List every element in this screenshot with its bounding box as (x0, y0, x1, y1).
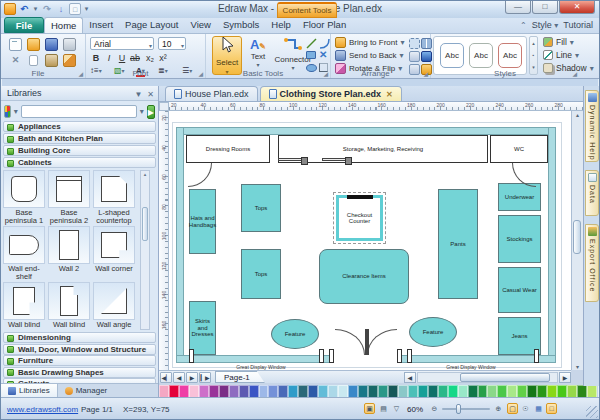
fixture-feature[interactable]: Feature (271, 319, 319, 349)
scroll-left-icon[interactable]: ◀ (404, 372, 416, 383)
zoom-out-icon[interactable]: ⊖ (429, 403, 440, 414)
fixture-clearance-items[interactable]: Clearance Items (319, 249, 409, 304)
copy-icon[interactable] (29, 55, 38, 66)
pin-icon[interactable]: ▼ (134, 88, 142, 102)
library-section-cabinets[interactable]: Cabinets (3, 157, 156, 168)
library-section-basic-drawing-shapes[interactable]: Basic Drawing Shapes (3, 367, 156, 378)
tab-symbols[interactable]: Symbols (217, 17, 265, 33)
fixture-hats-and-handbags[interactable]: Hats and Handbags (189, 189, 216, 254)
arrange-group-launcher-icon[interactable]: ◢ (423, 70, 428, 77)
tab-floor-plan[interactable]: Floor Plan (297, 17, 352, 33)
close-panel-icon[interactable]: ✕ (147, 88, 154, 102)
prev-page-button[interactable]: ◀ (173, 372, 185, 383)
style-swatch-gray[interactable]: Abc (469, 43, 493, 68)
subscript-button[interactable]: x₂ (144, 52, 156, 64)
group-shapes-icon[interactable] (409, 38, 420, 49)
magnifier-icon[interactable]: ☉ (520, 403, 531, 414)
bold-button[interactable]: B (90, 52, 102, 64)
close-button[interactable]: ✕ (559, 1, 595, 14)
library-search-input[interactable] (21, 105, 137, 118)
library-section-furniture[interactable]: Furniture (3, 355, 156, 366)
drawing-canvas[interactable]: Dressing RoomsStorage, Marketing, Receiv… (169, 111, 571, 370)
tab-view[interactable]: View (184, 17, 216, 33)
shape-wall-2-4[interactable]: Wall 2 (48, 226, 90, 273)
basic-tools-group-launcher-icon[interactable]: ◢ (323, 70, 328, 77)
underline-button[interactable]: U (116, 52, 128, 64)
library-section-appliances[interactable]: Appliances (3, 121, 156, 132)
library-menu-dropdown-icon[interactable]: ▾ (14, 107, 18, 116)
bring-to-front-button[interactable]: Bring to Front▾ (335, 37, 404, 48)
rectangle-tool-icon[interactable] (306, 51, 316, 59)
fixture-underwear[interactable]: Underwear (498, 183, 541, 211)
shape-wall-blind-6[interactable]: Wall blind (3, 282, 45, 329)
horizontal-scrollbar[interactable] (417, 372, 558, 383)
fit-page-icon[interactable]: ▢ (507, 403, 518, 414)
resize-grip[interactable] (586, 406, 598, 418)
arc-tool-icon[interactable] (319, 38, 330, 49)
library-menu-icon[interactable] (4, 105, 11, 118)
style-menu[interactable]: Style ▾ (532, 20, 559, 30)
normal-view-icon[interactable]: ▣ (364, 403, 375, 414)
panel-tab-libraries[interactable]: Libraries (1, 384, 58, 397)
cut-icon[interactable]: ✕ (9, 54, 22, 67)
maximize-button[interactable]: □ (532, 1, 558, 14)
open-icon[interactable] (27, 38, 40, 51)
fixture-stockings[interactable]: Stockings (498, 215, 541, 263)
tab-home[interactable]: Home (44, 17, 83, 33)
doc-tab-clothing-store-plan-edx[interactable]: Clothing Store Plan.edx✕ (260, 86, 402, 101)
room-wc[interactable]: WC (490, 135, 548, 163)
next-page-button[interactable]: ▶ (186, 372, 198, 383)
italic-button[interactable]: I (103, 52, 115, 64)
first-page-button[interactable]: ◀▏ (160, 372, 172, 383)
panel-tab-manager[interactable]: Manager (58, 384, 115, 397)
export-office-tab[interactable]: Export Office (585, 224, 599, 302)
page-view-icon[interactable]: ▽ (391, 403, 402, 414)
fixture-tops[interactable]: Tops (241, 249, 281, 299)
data-tab[interactable]: Data (585, 170, 599, 216)
superscript-button[interactable]: x² (157, 52, 169, 64)
shape-wall-blind-7[interactable]: Wall blind (48, 282, 90, 329)
zoom-in-icon[interactable]: ⊕ (493, 403, 504, 414)
zoom-slider[interactable] (442, 408, 490, 410)
shape-wall-angle-8[interactable]: Wall angle (93, 282, 135, 329)
minimize-ribbon-icon[interactable]: ⌃ (520, 21, 527, 30)
minimize-button[interactable]: — (505, 1, 531, 14)
fit-view-icon[interactable]: ▤ (378, 403, 389, 414)
last-page-button[interactable]: ▎▶ (199, 372, 211, 383)
text-tool-button[interactable]: A✎ Text ▾ (246, 37, 270, 68)
shape-l-shaped-countertop-2[interactable]: L-shaped countertop (93, 170, 135, 225)
strikethrough-button[interactable]: ab (129, 52, 141, 64)
library-section-bath-and-kitchen-plan[interactable]: Bath and Kitchen Plan (3, 133, 156, 144)
shape-base-peninsula-1-0[interactable]: Base peninsula 1 (3, 170, 45, 225)
fixture-feature[interactable]: Feature (409, 317, 457, 347)
grid-icon[interactable]: ▦ (533, 403, 544, 414)
shape-base-peninsula-2-1[interactable]: Base peninsula 2 (48, 170, 90, 225)
fixture-tops[interactable]: Tops (241, 184, 281, 232)
library-section-building-core[interactable]: Building Core (3, 145, 156, 156)
delete-tool-icon[interactable]: ✕ (319, 49, 327, 60)
pan-icon[interactable]: □ (546, 403, 557, 414)
dynamic-help-tab[interactable]: Dynamic Help (585, 90, 599, 162)
scroll-down-icon[interactable]: ▾ (572, 363, 583, 370)
print-icon[interactable] (63, 38, 76, 51)
file-menu-button[interactable]: File (4, 17, 44, 33)
styles-group-launcher-icon[interactable]: ◢ (572, 70, 577, 77)
tutorial-menu[interactable]: Tutorial (563, 20, 593, 30)
library-section-dimensioning[interactable]: Dimensioning (3, 332, 156, 343)
library-section-wall-door-window-and-structure[interactable]: Wall, Door, Window and Structure (3, 344, 156, 355)
line-tool-icon[interactable] (306, 38, 317, 49)
page-tab[interactable]: Page-1 (215, 371, 265, 383)
font-family-combo[interactable]: Arial▾ (90, 37, 154, 50)
zoom-slider-knob[interactable] (456, 404, 461, 414)
fixture-casual-wear[interactable]: Casual Wear (498, 267, 541, 313)
font-size-combo[interactable]: 10▾ (158, 37, 186, 50)
edrawsoft-link[interactable]: www.edrawsoft.com (7, 405, 78, 414)
fill-button[interactable]: Fill▾ (543, 37, 574, 47)
scroll-right-icon[interactable]: ▶ (559, 372, 571, 383)
format-painter-icon[interactable] (63, 54, 76, 67)
fixture-checkout-counter[interactable]: Checkout Counter (336, 195, 383, 241)
horizontal-scroll-thumb[interactable] (460, 373, 550, 382)
font-group-launcher-icon[interactable]: ◢ (198, 70, 203, 77)
save-icon[interactable] (45, 38, 58, 51)
tab-page-layout[interactable]: Page Layout (119, 17, 184, 33)
